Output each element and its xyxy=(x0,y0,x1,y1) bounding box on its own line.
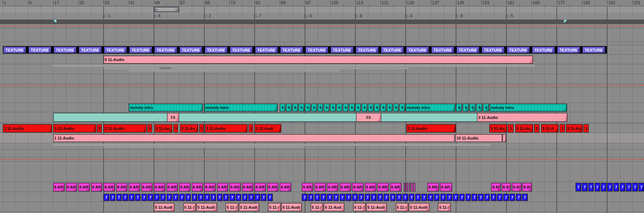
audio-clip[interactable]: 7 xyxy=(459,194,465,201)
audio-clip[interactable]: 5 11-Audi xyxy=(239,203,260,211)
audio-clip[interactable]: 7 xyxy=(129,194,134,201)
audio-clip[interactable]: 3 11-Audio xyxy=(406,124,456,132)
audio-clip[interactable]: TEXTURE xyxy=(305,46,329,54)
audio-clip[interactable]: 3 11-A xyxy=(541,124,559,132)
audio-clip[interactable]: TEXTURE xyxy=(456,46,480,54)
audio-clip[interactable]: TEXTURE xyxy=(481,46,505,54)
audio-clip[interactable]: 7 xyxy=(415,194,421,201)
audio-clip[interactable]: TEXTURE xyxy=(381,46,404,54)
audio-clip[interactable]: 7 xyxy=(116,194,122,201)
locator-marker-9[interactable]: ▷ 9 xyxy=(456,13,463,18)
audio-clip[interactable]: 7 xyxy=(198,194,204,201)
locator-marker-7[interactable]: ▷ 7 xyxy=(254,13,261,18)
audio-clip[interactable]: 5 11-A xyxy=(183,203,196,211)
audio-clip[interactable]: 7 xyxy=(217,194,223,201)
audio-clip[interactable]: 7 xyxy=(211,194,216,201)
audio-clip[interactable]: 7 xyxy=(229,194,235,201)
audio-clip[interactable]: TEXTURE xyxy=(53,46,77,54)
audio-clip[interactable]: 3 xyxy=(508,124,513,132)
audio-clip[interactable] xyxy=(503,134,506,142)
audio-clip[interactable]: melody intro xyxy=(129,104,203,111)
audio-clip[interactable]: 6 AR xyxy=(390,183,401,191)
audio-clip[interactable]: 6 AR xyxy=(141,183,153,191)
audio-clip[interactable]: 7 xyxy=(421,194,427,201)
locator-marker-6[interactable]: ▷ 6 xyxy=(154,13,161,18)
audio-clip[interactable]: 7 xyxy=(236,194,242,201)
audio-clip[interactable]: 7 xyxy=(135,194,141,201)
audio-clip[interactable]: 6 AR xyxy=(377,183,389,191)
audio-clip[interactable]: 3 xyxy=(560,124,565,132)
audio-clip[interactable]: 6 AR xyxy=(365,183,376,191)
audio-clip[interactable]: 3 11-Au xyxy=(155,124,173,132)
audio-clip[interactable] xyxy=(409,183,410,191)
audio-clip[interactable]: TEXTURE xyxy=(330,46,354,54)
audio-clip[interactable]: 3 11-Audio xyxy=(3,124,52,132)
audio-clip[interactable]: 7 xyxy=(614,183,619,191)
audio-clip[interactable]: 5 11-A xyxy=(353,203,366,211)
audio-clip[interactable]: 7 xyxy=(371,194,377,201)
audio-clip[interactable]: 7 xyxy=(522,194,528,201)
audio-clip[interactable]: 7 xyxy=(160,194,166,201)
audio-clip[interactable]: 3 xyxy=(147,124,152,132)
audio-clip[interactable]: 9 xyxy=(368,104,374,111)
audio-clip[interactable]: 9 xyxy=(337,104,342,111)
audio-clip[interactable]: 7 xyxy=(242,194,248,201)
audio-clip[interactable]: 7 xyxy=(497,194,503,201)
audio-clip[interactable]: melody intro xyxy=(406,104,455,111)
audio-clip[interactable]: TEXTURE xyxy=(179,46,203,54)
audio-clip[interactable]: TEXTURE xyxy=(255,46,278,54)
audio-clip[interactable]: 9 xyxy=(393,104,399,111)
audio-clip[interactable]: 7 xyxy=(484,194,490,201)
audio-clip[interactable]: 9 xyxy=(387,104,393,111)
audio-clip[interactable]: TEXTURE xyxy=(532,46,555,54)
audio-clip[interactable]: 1 11-Audio xyxy=(53,134,455,142)
audio-clip[interactable]: 7 xyxy=(327,194,333,201)
audio-clip[interactable]: 6 AR xyxy=(167,183,178,191)
audio-clip[interactable]: 6 AR xyxy=(116,183,128,191)
audio-clip[interactable]: 5 11-Aud xyxy=(324,203,344,211)
audio-clip[interactable]: TEXTURE xyxy=(280,46,304,54)
audio-clip[interactable] xyxy=(411,183,412,191)
audio-clip[interactable]: 9 xyxy=(324,104,329,111)
audio-clip[interactable]: FX xyxy=(167,113,179,122)
audio-clip[interactable]: 10 11-Audio xyxy=(455,134,502,142)
audio-clip[interactable]: 7 xyxy=(148,194,153,201)
audio-clip[interactable]: 5 11-Audi xyxy=(409,203,429,211)
audio-clip[interactable] xyxy=(404,183,405,191)
audio-clip[interactable]: 3 11-Au xyxy=(515,124,533,132)
audio-clip[interactable]: 9 xyxy=(293,104,298,111)
audio-clip[interactable]: TEXTURE xyxy=(431,46,455,54)
audio-clip[interactable]: 6 AR xyxy=(491,183,501,191)
audio-clip[interactable]: 9 xyxy=(463,104,469,111)
audio-clip[interactable]: 7 xyxy=(167,194,172,201)
audio-clip[interactable]: 7 xyxy=(321,194,326,201)
audio-clip[interactable]: 7 xyxy=(308,194,314,201)
audio-clip[interactable]: 9 xyxy=(311,104,317,111)
audio-clip[interactable]: 6 AR xyxy=(340,183,351,191)
audio-clip[interactable]: 9 xyxy=(476,104,482,111)
audio-clip[interactable]: 7 xyxy=(352,194,358,201)
audio-clip[interactable]: 7 xyxy=(141,194,147,201)
audio-clip[interactable]: TEXTURE xyxy=(582,46,606,54)
audio-clip[interactable]: 9 xyxy=(355,104,361,111)
audio-clip[interactable]: 3 11-Audio xyxy=(53,124,96,132)
audio-clip[interactable]: TEXTURE xyxy=(3,46,27,54)
audio-clip[interactable]: 6 AR xyxy=(267,183,279,191)
audio-clip[interactable]: 7 xyxy=(173,194,178,201)
audio-clip[interactable]: 7 xyxy=(639,183,644,191)
audio-clip[interactable]: 3 xyxy=(173,124,178,132)
audio-clip[interactable] xyxy=(406,183,408,191)
audio-clip[interactable]: 7 xyxy=(503,194,509,201)
audio-clip[interactable]: 6 AR xyxy=(327,183,338,191)
audio-clip[interactable]: 6 AR xyxy=(302,183,313,191)
audio-clip[interactable]: 7 xyxy=(204,194,210,201)
audio-clip[interactable]: 7 xyxy=(390,194,396,201)
audio-clip[interactable]: TEXTURE xyxy=(28,46,52,54)
audio-clip[interactable]: 3 11-Audio xyxy=(477,113,567,122)
audio-clip[interactable]: 9 xyxy=(374,104,380,111)
audio-clip[interactable]: 7 xyxy=(576,183,581,191)
audio-clip[interactable]: TEXTURE xyxy=(129,46,152,54)
scrub-area[interactable] xyxy=(0,6,644,13)
audio-clip[interactable]: 5 11-Audio xyxy=(281,203,302,211)
audio-clip[interactable]: 7 xyxy=(588,183,594,191)
